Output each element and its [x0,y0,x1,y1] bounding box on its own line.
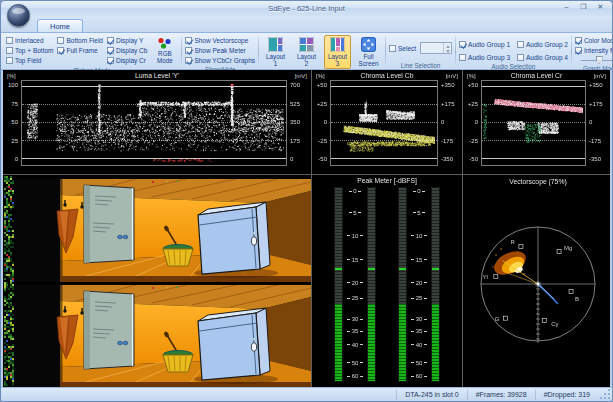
checkbox-show-vectorscope[interactable]: Show Vectorscope [185,35,255,45]
meter-bar-left [398,187,407,382]
meter-scale-mark: 50 [345,360,365,366]
gridline [482,158,585,159]
line-data-strip [4,176,14,386]
meter-scale-mark: 60 [409,373,429,379]
axis-tick: 700 [290,82,300,88]
cr-right-axis: +350+1750-175-350 [586,80,609,166]
checkbox-box [185,47,192,54]
checkbox-color-mode[interactable]: Color Mode [575,35,613,45]
slider-thumb[interactable] [596,56,603,64]
meter-scale-mark: 30 [345,316,365,322]
axis-tick: +350 [441,82,455,88]
checkbox-bottom-field[interactable]: Bottom Field [57,35,103,45]
axis-tick: 175 [290,138,300,144]
checkbox-show-peak-meter[interactable]: Show Peak Meter [185,45,255,55]
meter-scale-mark: 30 [409,316,429,322]
chroma-cb-panel: [%] Chroma Level Cb [mV] +50+250-25-50 +… [312,70,463,174]
cr-right-unit: [mV] [584,73,606,79]
meter-scale-mark: 25 [345,295,365,301]
layout-2-icon [299,37,314,52]
checkbox-display-cr[interactable]: Display Cr [107,55,147,65]
gridline [482,104,585,105]
gridline [22,122,286,123]
checkbox-box [459,41,466,48]
line-number-spinner[interactable] [420,42,452,54]
checkbox-audio-group-3[interactable]: Audio Group 3 [459,52,510,62]
meter-scale-mark: 20 [345,280,365,286]
spinner-down-icon[interactable] [444,48,451,53]
meter-scale-mark: 15 [409,257,429,263]
cb-left-axis: +50+250-25-50 [313,80,330,166]
meter-scale-mark: 60 [345,373,365,379]
checkbox-box [107,47,114,54]
layout-1-icon [268,37,283,52]
status-dropped: #Dropped: 319 [535,390,598,400]
video-frame-top [16,179,311,282]
checkbox-display-y[interactable]: Display Y [107,35,147,45]
vectorscope-panel: Vectorscope (75%) [463,175,610,387]
tab-home[interactable]: Home [37,19,83,32]
checkbox-select-line[interactable]: Select [389,43,416,53]
application-menu-button[interactable] [7,4,30,27]
checkbox-top-field[interactable]: Top Field [6,55,53,65]
axis-tick: 75 [11,101,18,107]
video-preview-panel [3,175,312,387]
resize-grip[interactable] [600,389,610,399]
full-screen-button[interactable]: Full Screen [355,35,382,69]
checkbox-audio-group-4[interactable]: Audio Group 4 [517,52,568,62]
checkbox-audio-group-2[interactable]: Audio Group 2 [517,39,568,49]
vectorscope-target-r [519,244,523,248]
group-label: Audio Selection [459,62,568,70]
vectorscope-target-label: R [511,239,516,245]
intensity-slider[interactable] [579,56,613,64]
layout-3-button[interactable]: Layout 3 [324,35,351,69]
luma-left-unit: [%] [7,73,29,79]
axis-tick: 0 [324,119,327,125]
main-content: [%] Luma Level 'Y' [mV] 1007550250 70052… [1,70,612,387]
checkbox-display-cb[interactable]: Display Cb [107,45,147,55]
axis-tick: -350 [441,156,453,162]
ribbon-group-graph-mode: Color Mode Intensity Mode Graph Mode [572,34,613,69]
checkbox-full-frame[interactable]: Full Frame [57,45,103,55]
close-button[interactable]: ✕ [593,2,608,13]
layout-3-icon [330,37,345,52]
axis-tick: 525 [290,101,300,107]
checkbox-intensity-mode[interactable]: Intensity Mode [575,45,613,55]
vectorscope-target-label: Yl [482,274,487,280]
checkbox-box [107,57,114,64]
axis-tick: +25 [468,101,478,107]
cr-left-axis: +50+250-25-50 [464,80,481,166]
minimize-button[interactable]: – [559,2,574,13]
vectorscope-target-mg [557,250,561,254]
gridline [331,158,437,159]
vectorscope-target-b [569,289,573,293]
axis-tick: +175 [441,101,455,107]
vectorscope-target-label: Mg [564,245,572,251]
peak-meter-2: 05101520253035405060 [398,187,440,382]
checkbox-show-ycbcr-graphs[interactable]: Show YCbCr Graphs [185,55,255,65]
checkbox-box [185,37,192,44]
checkbox-audio-group-1[interactable]: Audio Group 1 [459,39,510,49]
meter-scale: 05101520253035405060 [345,187,365,382]
luma-waveform-panel: [%] Luma Level 'Y' [mV] 1007550250 70052… [3,70,312,174]
peak-meter-panel: Peak Meter [-dBFS] 051015202530354050600… [312,175,463,387]
ribbon-group-audio-selection: Audio Group 1 Audio Group 2 Audio Group … [456,34,571,69]
layout-2-button[interactable]: Layout 2 [293,35,320,69]
meter-scale-mark: 35 [409,328,429,334]
layout-1-button[interactable]: Layout 1 [262,35,289,69]
axis-tick: 0 [290,156,293,162]
checkbox-box [57,47,64,54]
cr-left-unit: [%] [467,73,489,79]
status-bar: DTA-245 in slot 0 #Frames: 39928 #Droppe… [1,387,612,401]
meter-scale-mark: 20 [409,280,429,286]
checkbox-interlaced[interactable]: Interlaced [6,35,53,45]
checkbox-box [6,47,13,54]
maximize-button[interactable]: ❐ [576,2,591,13]
checkbox-top-bottom[interactable]: Top + Bottom [6,45,53,55]
axis-tick: -175 [441,138,453,144]
gridline [22,140,286,141]
vectorscope-target-label: B [575,296,579,302]
chroma-cr-panel: [%] Chroma Level Cr [mV] +50+250-25-50 +… [463,70,610,174]
rgb-mode-button[interactable]: RGB Mode [151,35,178,66]
cb-right-axis: +350+1750-175-350 [438,80,461,166]
